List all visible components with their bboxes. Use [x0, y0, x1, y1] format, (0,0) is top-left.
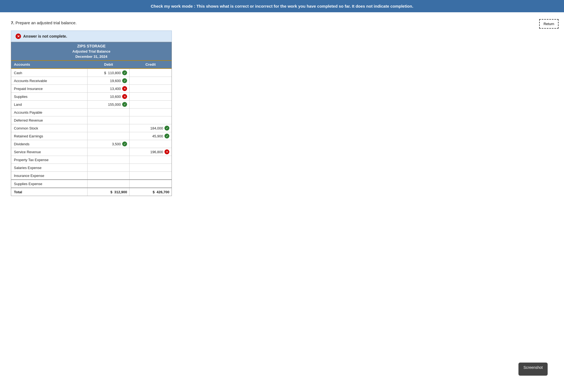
x-icon: ✕ [122, 94, 127, 99]
debit-cell: 19,600✓ [88, 77, 130, 85]
total-row: Total $ 312,900 $ 426,700 [11, 188, 172, 196]
check-icon: ✓ [122, 102, 127, 107]
check-icon: ✓ [164, 126, 169, 131]
table-row: Supplies10,600✕ [11, 92, 172, 100]
credit-value: 184,000 [150, 126, 163, 130]
total-debit-value: 312,900 [114, 190, 127, 194]
check-icon: ✓ [122, 78, 127, 83]
table-row: Accounts Receivable19,600✓ [11, 77, 172, 85]
table-row: Dividends3,500✓ [11, 140, 172, 148]
credit-cell [130, 69, 172, 77]
credit-cell: 184,000✓ [130, 124, 172, 132]
check-icon: ✓ [122, 141, 127, 146]
check-icon: ✓ [122, 70, 127, 75]
table-rows: Cash$110,800✓Accounts Receivable19,600✓P… [11, 69, 172, 188]
table-row: Prepaid Insurance13,400✕ [11, 85, 172, 92]
credit-cell [130, 85, 172, 92]
check-my-work-banner: Check my work mode : This shows what is … [0, 0, 564, 12]
debit-value: 155,000 [108, 102, 121, 107]
account-name-cell: Property Tax Expense [11, 156, 88, 164]
debit-cell [88, 156, 130, 164]
credit-cell: 45,900✓ [130, 132, 172, 140]
debit-cell [88, 132, 130, 140]
credit-cell [130, 164, 172, 171]
credit-cell: 196,800✕ [130, 148, 172, 156]
question-number: 7. [11, 20, 14, 25]
debit-cell [88, 116, 130, 124]
col-credit: Credit [130, 61, 172, 68]
account-name-cell: Service Revenue [11, 148, 88, 156]
account-name-cell: Land [11, 101, 88, 108]
debit-value: 110,800 [108, 71, 121, 75]
total-credit-dollar: $ [153, 190, 155, 194]
credit-cell [130, 101, 172, 108]
credit-value: 45,900 [152, 134, 163, 138]
account-name-cell: Supplies Expense [11, 180, 88, 188]
debit-value: 19,600 [110, 79, 121, 83]
debit-cell [88, 148, 130, 156]
account-name-cell: Cash [11, 69, 88, 77]
col-debit: Debit [88, 61, 130, 68]
total-debit: $ 312,900 [88, 188, 130, 196]
debit-value: 3,500 [112, 142, 121, 146]
account-name-cell: Prepaid Insurance [11, 85, 88, 92]
answer-status-label: Answer is not complete. [23, 34, 67, 38]
error-icon: ✕ [16, 34, 21, 39]
table-row: Retained Earnings45,900✓ [11, 132, 172, 140]
trial-balance-table: ZIPS STORAGE Adjusted Trial Balance Dece… [11, 42, 172, 196]
table-row: Supplies Expense [11, 179, 172, 188]
debit-cell [88, 164, 130, 171]
account-name-cell: Insurance Expense [11, 172, 88, 179]
account-name-cell: Accounts Payable [11, 108, 88, 116]
account-name-cell: Supplies [11, 93, 88, 100]
question-label: 7. Prepare an adjusted trial balance. [11, 20, 553, 25]
credit-cell [130, 156, 172, 164]
table-header: ZIPS STORAGE Adjusted Trial Balance Dece… [11, 42, 172, 60]
debit-value: 10,600 [110, 95, 121, 99]
column-headers: Accounts Debit Credit [11, 60, 172, 69]
account-name-cell: Deferred Revenue [11, 116, 88, 124]
dollar-sign: $ [104, 71, 106, 75]
debit-cell: 10,600✕ [88, 93, 130, 100]
account-name-cell: Salaries Expense [11, 164, 88, 171]
credit-value: 196,800 [150, 150, 163, 154]
table-row: Service Revenue196,800✕ [11, 148, 172, 156]
table-row: Insurance Expense [11, 171, 172, 179]
total-debit-dollar: $ [110, 190, 112, 194]
credit-cell [130, 108, 172, 116]
debit-value: 13,400 [110, 87, 121, 91]
table-row: Property Tax Expense [11, 156, 172, 164]
check-icon: ✓ [164, 134, 169, 138]
credit-cell [130, 77, 172, 85]
table-row: Accounts Payable [11, 108, 172, 116]
total-credit: $ 426,700 [130, 188, 172, 196]
credit-cell [130, 116, 172, 124]
account-name-cell: Accounts Receivable [11, 77, 88, 85]
x-icon: ✕ [164, 149, 169, 154]
table-row: Common Stock184,000✓ [11, 124, 172, 132]
answer-status-box: ✕ Answer is not complete. [11, 31, 172, 42]
debit-cell: $110,800✓ [88, 69, 130, 77]
credit-cell [130, 172, 172, 179]
debit-cell: 13,400✕ [88, 85, 130, 92]
col-accounts: Accounts [11, 61, 88, 68]
account-name-cell: Retained Earnings [11, 132, 88, 140]
table-row: Cash$110,800✓ [11, 69, 172, 77]
company-name: ZIPS STORAGE [11, 42, 172, 49]
table-row: Land155,000✓ [11, 100, 172, 108]
banner-text: Check my work mode : This shows what is … [151, 4, 413, 8]
debit-cell [88, 172, 130, 179]
credit-cell [130, 140, 172, 148]
question-text: Prepare an adjusted trial balance. [16, 20, 77, 25]
debit-cell: 3,500✓ [88, 140, 130, 148]
report-title: Adjusted Trial Balance [11, 49, 172, 54]
debit-cell [88, 180, 130, 188]
credit-cell [130, 180, 172, 188]
total-label: Total [11, 188, 88, 196]
debit-cell: 155,000✓ [88, 101, 130, 108]
table-row: Salaries Expense [11, 164, 172, 171]
debit-cell [88, 108, 130, 116]
account-name-cell: Dividends [11, 140, 88, 148]
x-icon: ✕ [122, 86, 127, 91]
debit-cell [88, 124, 130, 132]
